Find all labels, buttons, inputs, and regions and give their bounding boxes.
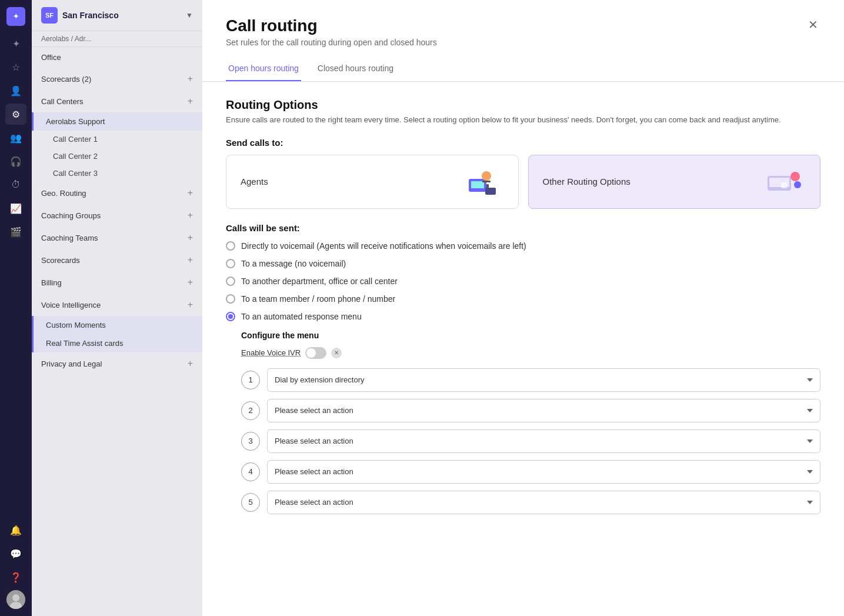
modal-tabs: Open hours routing Closed hours routing	[202, 56, 844, 82]
menu-item-number-3: 3	[241, 432, 260, 451]
menu-item-row-2: 2 Please select an action	[241, 399, 820, 422]
sidebar-item-scorecards-2[interactable]: Scorecards +	[32, 249, 202, 271]
sidebar-item-privacy-legal[interactable]: Privacy and Legal +	[32, 352, 202, 375]
svg-point-12	[794, 181, 801, 188]
sidebar-item-geo-routing[interactable]: Geo. Routing +	[32, 182, 202, 204]
sidebar-item-scorecards-2-label: Scorecards	[41, 256, 80, 265]
coaching-groups-plus-icon[interactable]: +	[188, 210, 193, 221]
sidebar-item-call-centers[interactable]: Call Centers +	[32, 90, 202, 112]
call-centers-plus-icon[interactable]: +	[188, 96, 193, 106]
enable-voice-ivr-label: Enable Voice IVR	[241, 348, 301, 357]
radio-automated[interactable]	[226, 312, 235, 321]
app-logo[interactable]: ✦	[6, 7, 25, 26]
menu-item-number-4: 4	[241, 462, 260, 481]
svg-point-5	[482, 171, 491, 181]
radio-message[interactable]	[226, 259, 235, 268]
scorecards-2-plus-icon[interactable]: +	[188, 255, 193, 265]
sidebar-item-custom-moments[interactable]: Custom Moments	[32, 316, 202, 334]
menu-item-select-3[interactable]: Please select an action	[267, 429, 820, 453]
modal-title-block: Call routing Set rules for the call rout…	[226, 16, 437, 47]
user-avatar[interactable]	[6, 590, 25, 609]
sidebar-item-real-time-assist[interactable]: Real Time Assist cards	[32, 334, 202, 352]
radio-team-member[interactable]	[226, 294, 235, 304]
nav-icon-video[interactable]: 🎬	[5, 221, 26, 242]
nav-icon-analytics[interactable]: 📈	[5, 198, 26, 219]
voice-ivr-toggle[interactable]	[305, 347, 326, 359]
calls-will-be-sent-label: Calls will be sent:	[226, 223, 820, 233]
sidebar-item-call-center-2[interactable]: Call Center 2	[32, 148, 202, 165]
nav-icon-group[interactable]: 👥	[5, 127, 26, 148]
svg-point-1	[12, 594, 19, 601]
nav-icon-chat[interactable]: 💬	[5, 543, 26, 564]
close-icon[interactable]: ✕	[806, 16, 820, 33]
sidebar-item-call-center-3[interactable]: Call Center 3	[32, 165, 202, 182]
modal-title: Call routing	[226, 16, 437, 35]
sidebar-item-billing[interactable]: Billing +	[32, 271, 202, 294]
sidebar-item-coaching-groups[interactable]: Coaching Groups +	[32, 204, 202, 227]
menu-item-row-3: 3 Please select an action	[241, 429, 820, 453]
routing-card-other[interactable]: Other Routing Options	[528, 155, 821, 209]
scorecards-plus-icon[interactable]: +	[188, 74, 193, 84]
send-calls-label: Send calls to:	[226, 138, 820, 148]
tab-open-hours[interactable]: Open hours routing	[226, 56, 301, 81]
sidebar-item-coaching-teams[interactable]: Caoching Teams +	[32, 227, 202, 249]
main-content: Call routing Set rules for the call rout…	[202, 0, 844, 616]
radio-voicemail[interactable]	[226, 241, 235, 251]
radio-item-voicemail[interactable]: Directly to voicemail (Agents will recei…	[226, 241, 820, 251]
sidebar: SF San Francisco ▼ Aerolabs / Adr... Off…	[32, 0, 202, 616]
nav-icon-timer[interactable]: ⏱	[5, 174, 26, 195]
sidebar-item-call-center-2-label: Call Center 2	[53, 152, 98, 161]
routing-card-agents[interactable]: Agents	[226, 155, 519, 209]
enable-voice-ivr-row: Enable Voice IVR ✕	[241, 347, 820, 359]
modal-header: Call routing Set rules for the call rout…	[202, 0, 844, 47]
sidebar-item-coaching-teams-label: Caoching Teams	[41, 234, 98, 242]
menu-item-select-1[interactable]: Dial by extension directory	[267, 368, 820, 392]
privacy-legal-plus-icon[interactable]: +	[188, 358, 193, 369]
menu-item-select-4[interactable]: Please select an action	[267, 460, 820, 484]
radio-item-message[interactable]: To a message (no voicemail)	[226, 259, 820, 268]
sidebar-item-voice-intelligence-label: Voice Intelligence	[41, 301, 101, 309]
sidebar-item-office[interactable]: Office	[32, 47, 202, 68]
sidebar-item-aerolabs-support[interactable]: Aerolabs Support	[32, 112, 202, 131]
nav-icon-settings[interactable]: ⚙	[5, 104, 26, 125]
routing-options-title: Routing Options	[226, 98, 820, 112]
sidebar-item-call-center-3-label: Call Center 3	[53, 169, 98, 178]
nav-icon-user[interactable]: 👤	[5, 80, 26, 101]
configure-menu: Configure the menu Enable Voice IVR ✕ 1 …	[241, 331, 820, 514]
menu-item-select-2[interactable]: Please select an action	[267, 399, 820, 422]
nav-icon-star[interactable]: ☆	[5, 56, 26, 78]
menu-item-select-5[interactable]: Please select an action	[267, 491, 820, 514]
sidebar-section: Office Scorecards (2) + Call Centers + A…	[32, 47, 202, 375]
sidebar-item-call-center-1[interactable]: Call Center 1	[32, 131, 202, 148]
geo-routing-plus-icon[interactable]: +	[188, 188, 193, 198]
radio-item-team-member[interactable]: To a team member / room phone / number	[226, 294, 820, 304]
sidebar-item-call-center-1-label: Call Center 1	[53, 135, 98, 144]
sidebar-item-scorecards[interactable]: Scorecards (2) +	[32, 68, 202, 90]
nav-icon-bell[interactable]: 🔔	[5, 520, 26, 541]
radio-automated-label: To an automated response menu	[241, 312, 362, 321]
modal-subtitle: Set rules for the call routing during op…	[226, 38, 437, 47]
close-toggle-icon[interactable]: ✕	[331, 348, 342, 358]
svg-rect-13	[781, 182, 787, 188]
sidebar-item-custom-moments-label: Custom Moments	[46, 321, 106, 329]
sidebar-item-voice-intelligence[interactable]: Voice Intelligence +	[32, 294, 202, 316]
nav-icon-headset[interactable]: 🎧	[5, 151, 26, 172]
menu-item-number-2: 2	[241, 401, 260, 420]
tab-closed-hours[interactable]: Closed hours routing	[315, 56, 396, 81]
radio-item-department[interactable]: To another department, office or call ce…	[226, 277, 820, 286]
routing-card-agents-label: Agents	[241, 177, 268, 187]
radio-department[interactable]	[226, 277, 235, 286]
sidebar-header: SF San Francisco ▼	[32, 0, 202, 31]
coaching-teams-plus-icon[interactable]: +	[188, 232, 193, 243]
configure-menu-title: Configure the menu	[241, 331, 820, 340]
voice-intelligence-plus-icon[interactable]: +	[188, 299, 193, 310]
routing-options-desc: Ensure calls are routed to the right tea…	[226, 114, 820, 126]
nav-icon-help[interactable]: ❓	[5, 567, 26, 588]
radio-voicemail-label: Directly to voicemail (Agents will recei…	[241, 241, 526, 251]
org-chevron-icon[interactable]: ▼	[186, 11, 193, 19]
radio-item-automated[interactable]: To an automated response menu	[226, 312, 820, 321]
modal-overlay: Call routing Set rules for the call rout…	[202, 0, 844, 616]
sidebar-item-coaching-groups-label: Coaching Groups	[41, 211, 101, 220]
nav-icon-sparkle[interactable]: ✦	[5, 33, 26, 54]
billing-plus-icon[interactable]: +	[188, 277, 193, 288]
